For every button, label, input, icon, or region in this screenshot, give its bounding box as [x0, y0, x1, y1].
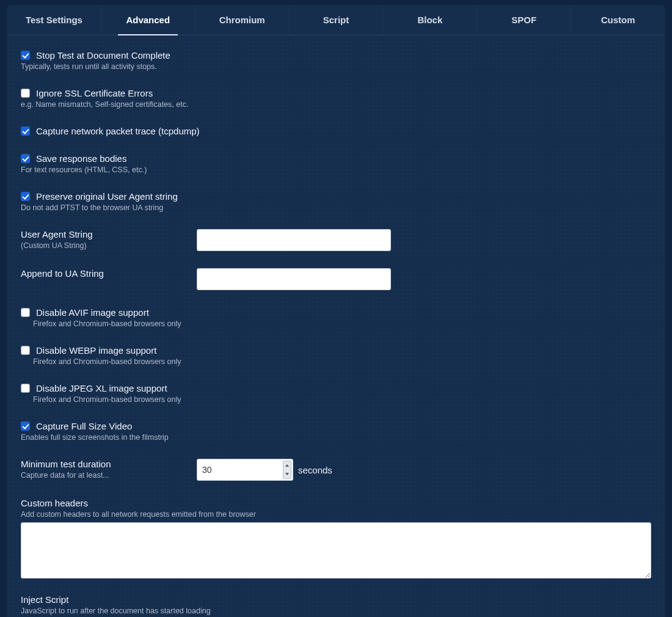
tab-custom[interactable]: Custom — [571, 5, 665, 35]
tab-advanced[interactable]: Advanced — [101, 5, 195, 35]
min-duration-input[interactable] — [197, 459, 293, 481]
settings-panel: Test Settings Advanced Chromium Script B… — [7, 5, 665, 617]
tabs-bar: Test Settings Advanced Chromium Script B… — [7, 5, 665, 35]
stop-doc-complete-desc: Typically, tests run until all activity … — [21, 62, 651, 71]
min-duration-suffix: seconds — [298, 465, 332, 475]
ua-string-input[interactable] — [197, 229, 391, 251]
capture-tcpdump-checkbox[interactable] — [21, 126, 30, 136]
disable-webp-desc: Firefox and Chromium-based browsers only — [33, 357, 651, 366]
save-bodies-label: Save response bodies — [36, 153, 126, 164]
disable-jxl-checkbox[interactable] — [21, 384, 30, 393]
inject-script-label: Inject Script — [21, 594, 651, 605]
full-video-desc: Enables full size screenshots in the fil… — [21, 433, 651, 442]
stop-doc-complete-label: Stop Test at Document Complete — [36, 50, 170, 60]
custom-headers-textarea[interactable] — [21, 522, 651, 579]
tab-test-settings[interactable]: Test Settings — [7, 5, 101, 35]
tab-block[interactable]: Block — [383, 5, 477, 35]
tab-chromium[interactable]: Chromium — [195, 5, 290, 35]
min-duration-label: Minimum test duration — [21, 459, 197, 469]
ignore-ssl-label: Ignore SSL Certificate Errors — [36, 88, 153, 98]
ignore-ssl-checkbox[interactable] — [21, 89, 30, 98]
full-video-checkbox[interactable] — [21, 422, 30, 431]
disable-webp-checkbox[interactable] — [21, 346, 30, 355]
custom-headers-label: Custom headers — [21, 498, 651, 508]
stop-doc-complete-checkbox[interactable] — [21, 51, 30, 60]
inject-script-desc: JavaScript to run after the document has… — [21, 607, 651, 615]
ignore-ssl-desc: e.g. Name mismatch, Self-signed certific… — [21, 100, 651, 109]
disable-jxl-desc: Firefox and Chromium-based browsers only — [33, 395, 651, 404]
preserve-ua-checkbox[interactable] — [21, 192, 30, 201]
disable-avif-checkbox[interactable] — [21, 308, 30, 317]
preserve-ua-label: Preserve original User Agent string — [36, 191, 178, 202]
ua-string-desc: (Custom UA String) — [21, 241, 197, 250]
tab-script[interactable]: Script — [290, 5, 384, 35]
disable-avif-label: Disable AVIF image support — [36, 307, 149, 318]
min-duration-desc: Capture data for at least... — [21, 471, 197, 480]
disable-avif-desc: Firefox and Chromium-based browsers only — [33, 319, 651, 328]
capture-tcpdump-label: Capture network packet trace (tcpdump) — [36, 126, 200, 136]
append-ua-input[interactable] — [197, 268, 391, 290]
ua-string-label: User Agent String — [21, 229, 197, 239]
advanced-content: Stop Test at Document Complete Typically… — [7, 35, 665, 617]
disable-jxl-label: Disable JPEG XL image support — [36, 383, 167, 393]
disable-webp-label: Disable WEBP image support — [36, 345, 156, 356]
save-bodies-checkbox[interactable] — [21, 154, 30, 163]
save-bodies-desc: For text resources (HTML, CSS, etc.) — [21, 166, 651, 174]
tab-spof[interactable]: SPOF — [477, 5, 571, 35]
custom-headers-desc: Add custom headers to all network reques… — [21, 510, 651, 519]
append-ua-label: Append to UA String — [21, 268, 197, 279]
preserve-ua-desc: Do not add PTST to the browser UA string — [21, 203, 651, 212]
full-video-label: Capture Full Size Video — [36, 421, 132, 431]
